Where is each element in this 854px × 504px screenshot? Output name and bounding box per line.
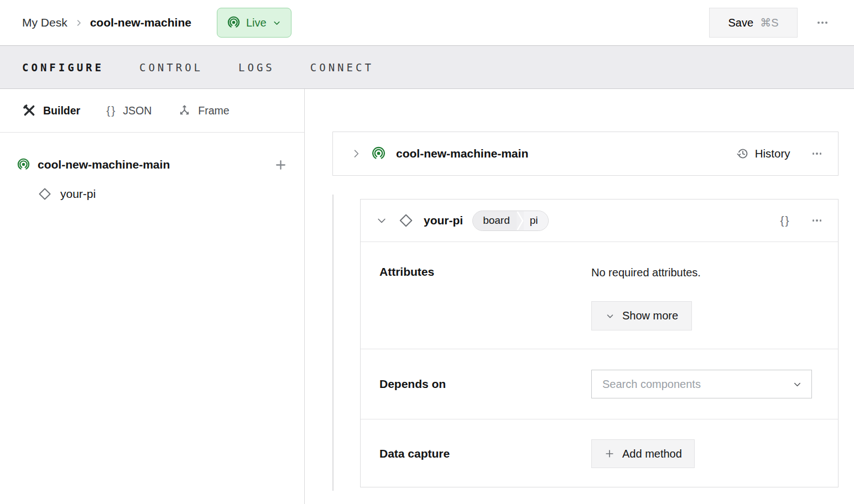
builder-tools-icon <box>22 103 37 118</box>
part-card-title: cool-new-machine-main <box>396 147 528 160</box>
json-braces-icon: {} <box>106 104 116 117</box>
component-card: your-pi board pi {} Attributes No requir… <box>360 199 839 487</box>
chevron-down-icon <box>272 18 282 28</box>
machine-part-broadcast-icon <box>17 158 30 172</box>
tree-machine-part-label: cool-new-machine-main <box>38 158 274 171</box>
machine-status-dropdown[interactable]: Live <box>217 8 291 38</box>
machine-tabs: CONFIGURE CONTROL LOGS CONNECT <box>0 45 854 89</box>
chevron-down-icon <box>605 311 615 321</box>
frame-axes-icon <box>178 104 191 118</box>
add-component-button[interactable] <box>274 158 288 172</box>
mode-frame-label: Frame <box>198 104 229 117</box>
attributes-section: Attributes No required attributes. Show … <box>361 242 838 349</box>
component-card-header: your-pi board pi {} <box>361 200 838 242</box>
live-status-label: Live <box>246 17 267 29</box>
topbar-actions: Save ⌘S <box>709 0 854 45</box>
config-sidebar: Builder {} JSON Frame <box>0 89 305 504</box>
select-chevron-down-icon <box>792 379 803 390</box>
mode-json[interactable]: {} JSON <box>106 104 152 117</box>
collapse-component-chevron-down-icon[interactable] <box>376 215 387 226</box>
component-json-icon[interactable]: {} <box>780 214 790 227</box>
topbar: My Desk cool-new-machine Live Save ⌘S <box>0 0 854 45</box>
mode-builder-label: Builder <box>43 104 80 117</box>
breadcrumb-machine-name: cool-new-machine <box>90 16 191 29</box>
part-menu-button[interactable] <box>810 150 824 157</box>
component-card-title: your-pi <box>424 214 463 227</box>
component-type-badge: board pi <box>472 211 548 231</box>
tree-component-label: your-pi <box>60 187 96 201</box>
history-label: History <box>755 147 790 160</box>
save-shortcut-hint: ⌘S <box>760 16 778 29</box>
tree-item-machine-part[interactable]: cool-new-machine-main <box>17 151 288 178</box>
save-button[interactable]: Save ⌘S <box>709 8 798 38</box>
depends-on-search-input[interactable] <box>602 378 792 391</box>
show-more-button[interactable]: Show more <box>591 301 692 330</box>
expand-part-chevron-right-icon[interactable] <box>351 148 362 159</box>
history-clock-icon <box>736 147 749 160</box>
badge-divider-chevron-icon <box>517 211 524 230</box>
mode-json-label: JSON <box>123 104 152 117</box>
depends-on-select[interactable] <box>591 370 812 398</box>
tab-configure[interactable]: CONFIGURE <box>22 61 104 74</box>
plus-icon <box>604 448 615 459</box>
depends-on-label: Depends on <box>379 377 591 391</box>
tab-control[interactable]: CONTROL <box>139 61 203 74</box>
component-diamond-icon <box>398 213 414 228</box>
view-mode-toolbar: Builder {} JSON Frame <box>0 89 304 133</box>
tree-connector-rail <box>332 195 334 491</box>
part-broadcast-icon <box>371 146 386 161</box>
breadcrumb-location[interactable]: My Desk <box>22 16 67 29</box>
component-model-label: pi <box>524 211 548 230</box>
save-button-label: Save <box>728 17 754 29</box>
breadcrumb: My Desk cool-new-machine <box>22 16 191 29</box>
mode-builder[interactable]: Builder <box>22 103 80 118</box>
add-method-button[interactable]: Add method <box>591 439 695 468</box>
add-method-label: Add method <box>622 448 682 460</box>
data-capture-section: Data capture Add method <box>361 419 838 488</box>
component-menu-button[interactable] <box>810 217 824 224</box>
tree-item-component[interactable]: your-pi <box>38 181 288 207</box>
attributes-empty-text: No required attributes. <box>591 265 701 279</box>
show-more-label: Show more <box>622 309 678 322</box>
depends-on-section: Depends on <box>361 349 838 419</box>
attributes-label: Attributes <box>379 265 591 279</box>
machine-part-card: cool-new-machine-main History <box>332 132 839 176</box>
component-type-label: board <box>473 211 517 230</box>
machine-tree: cool-new-machine-main your-pi <box>0 133 304 207</box>
data-capture-label: Data capture <box>379 447 591 460</box>
tab-connect[interactable]: CONNECT <box>310 61 374 74</box>
history-button[interactable]: History <box>736 147 790 160</box>
tab-logs[interactable]: LOGS <box>238 61 275 74</box>
component-diamond-icon <box>38 187 52 201</box>
breadcrumb-separator-icon <box>75 19 83 27</box>
mode-frame[interactable]: Frame <box>178 104 229 118</box>
machine-menu-button[interactable] <box>815 19 830 26</box>
live-broadcast-icon <box>227 16 241 30</box>
